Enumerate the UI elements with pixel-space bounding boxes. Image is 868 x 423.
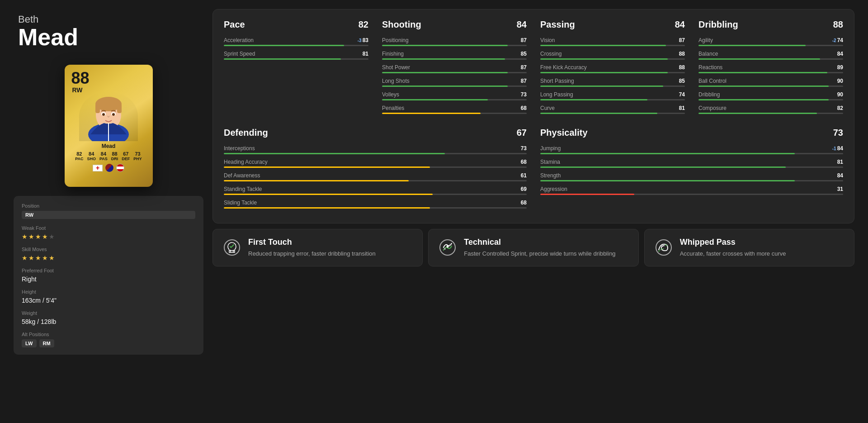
preferred-foot-label: Preferred Foot [22, 268, 195, 273]
first-touch-name: First Touch [248, 238, 413, 247]
stat-heading-accuracy: Heading Accuracy 68 [224, 159, 527, 168]
weak-foot-label: Weak Foot [22, 225, 195, 231]
card-player-image [79, 91, 138, 141]
trait-first-touch: First Touch Reduced trapping error, fast… [212, 229, 423, 266]
technical-icon [438, 238, 458, 257]
height-row: Height 163cm / 5'4" [22, 289, 195, 304]
stat-volleys: Volleys 73 [382, 91, 527, 100]
stat-sprint-speed: Sprint Speed 81 [224, 51, 368, 60]
position-badge: RW [22, 211, 195, 219]
stat-vision: Vision 87 [540, 37, 685, 46]
dribbling-category: Dribbling 88 Agility -274 [698, 19, 843, 119]
svg-point-16 [447, 246, 449, 248]
physicality-name: Physicality [540, 128, 588, 138]
pace-score: 82 [359, 19, 368, 30]
weight-row: Weight 58kg / 128lb [22, 310, 195, 325]
stat-sliding-tackle: Sliding Tackle 68 [224, 200, 527, 209]
stat-curve: Curve 81 [540, 105, 685, 114]
first-touch-icon [222, 238, 242, 257]
nation-badge-icon [116, 164, 124, 172]
player-last-name: Mead [18, 25, 203, 49]
height-value: 163cm / 5'4" [22, 297, 195, 304]
stat-standing-tackle: Standing Tackle 69 [224, 186, 527, 195]
trait-technical: Technical Faster Controlled Sprint, prec… [428, 229, 638, 266]
svg-point-9 [112, 113, 115, 116]
skill-moves-row: Skill Moves ★★★★★ [22, 247, 195, 261]
whipped-pass-name: Whipped Pass [680, 238, 845, 247]
alt-positions-label: Alt Positions [22, 332, 195, 337]
position-label: Position [22, 203, 195, 209]
alt-position-rm: RM [39, 339, 54, 347]
stats-grid-top: Pace 82 Acceleration -383 [224, 19, 843, 119]
stat-long-shots: Long Shots 87 [382, 78, 527, 87]
card-stat-pac: 82 PAC [75, 151, 83, 161]
stat-balance: Balance 84 [698, 51, 843, 60]
defending-name: Defending [224, 128, 268, 138]
right-panel: Pace 82 Acceleration -383 [212, 9, 854, 414]
whipped-pass-icon [654, 238, 674, 257]
physicality-category: Physicality 73 Jumping -184 [540, 128, 843, 213]
preferred-foot-row: Preferred Foot Right [22, 268, 195, 283]
preferred-foot-value: Right [22, 276, 195, 283]
card-player-name-label: Mead [102, 143, 116, 149]
player-name-header: Beth Mead [14, 9, 203, 56]
stat-dribbling: Dribbling 90 [698, 91, 843, 100]
stat-free-kick-accuracy: Free Kick Accuracy 88 [540, 64, 685, 73]
acceleration-label: Acceleration [224, 37, 254, 43]
svg-point-11 [224, 240, 240, 255]
defending-category: Defending 67 Interceptions 73 Heading Ac… [224, 128, 527, 213]
stat-short-passing: Short Passing 85 [540, 78, 685, 87]
stat-stamina: Stamina 81 [540, 159, 843, 168]
info-panel: Position RW Weak Foot ★★★★★ Skill Moves … [14, 196, 203, 355]
stat-shot-power: Shot Power 87 [382, 64, 527, 73]
skill-moves-label: Skill Moves [22, 247, 195, 252]
stat-strength: Strength 84 [540, 172, 843, 181]
club-badge-icon [105, 164, 113, 172]
stat-composure: Composure 82 [698, 105, 843, 114]
alt-positions-container: LW RM [22, 339, 195, 347]
stat-finishing: Finishing 85 [382, 51, 527, 60]
weight-label: Weight [22, 310, 195, 316]
stat-interceptions: Interceptions 73 [224, 145, 527, 154]
card-position: RW [72, 86, 83, 94]
dribbling-header: Dribbling 88 [698, 19, 843, 31]
defending-header: Defending 67 [224, 128, 527, 139]
card-container: 88 RW [14, 60, 203, 191]
passing-category: Passing 84 Vision 87 Crossing 88 [540, 19, 685, 119]
stat-acceleration: Acceleration -383 [224, 37, 368, 46]
shooting-category: Shooting 84 Positioning 87 Finishing [382, 19, 527, 119]
whipped-pass-content: Whipped Pass Accurate, faster crosses wi… [680, 238, 845, 258]
physicality-header: Physicality 73 [540, 128, 843, 139]
trait-whipped-pass: Whipped Pass Accurate, faster crosses wi… [644, 229, 854, 266]
acceleration-value: -383 [355, 37, 368, 43]
first-touch-content: First Touch Reduced trapping error, fast… [248, 238, 413, 258]
sprint-speed-value: 81 [355, 51, 368, 57]
svg-rect-4 [95, 104, 100, 113]
stat-ball-control: Ball Control 90 [698, 78, 843, 87]
pace-name: Pace [224, 19, 245, 30]
traits-row: First Touch Reduced trapping error, fast… [212, 229, 854, 266]
stat-positioning: Positioning 87 [382, 37, 527, 46]
stat-jumping: Jumping -184 [540, 145, 843, 154]
sprint-speed-label: Sprint Speed [224, 51, 255, 57]
stat-def-awareness: Def Awareness 61 [224, 172, 527, 181]
alt-position-lw: LW [22, 339, 37, 347]
stat-aggression: Aggression 31 [540, 186, 843, 195]
stat-reactions: Reactions 89 [698, 64, 843, 73]
stat-penalties: Penalties 68 [382, 105, 527, 114]
first-touch-desc: Reduced trapping error, faster dribbling… [248, 250, 413, 258]
pace-category: Pace 82 Acceleration -383 [224, 19, 368, 119]
england-flag-icon [93, 165, 103, 171]
passing-score: 84 [675, 19, 685, 30]
weak-foot-row: Weak Foot ★★★★★ [22, 225, 195, 240]
whipped-pass-desc: Accurate, faster crosses with more curve [680, 250, 845, 258]
card-stats-row: 82 PAC 84 SHO 84 PAS 88 DRI [75, 151, 142, 161]
card-stat-pas: 84 PAS [99, 151, 108, 161]
position-row: Position RW [22, 203, 195, 219]
card-flags [93, 164, 124, 172]
svg-point-8 [102, 113, 105, 116]
stats-card: Pace 82 Acceleration -383 [212, 9, 854, 223]
weak-foot-stars: ★★★★★ [22, 233, 195, 240]
alt-positions-row: Alt Positions LW RM [22, 332, 195, 347]
card-stat-sho: 84 SHO [87, 151, 96, 161]
